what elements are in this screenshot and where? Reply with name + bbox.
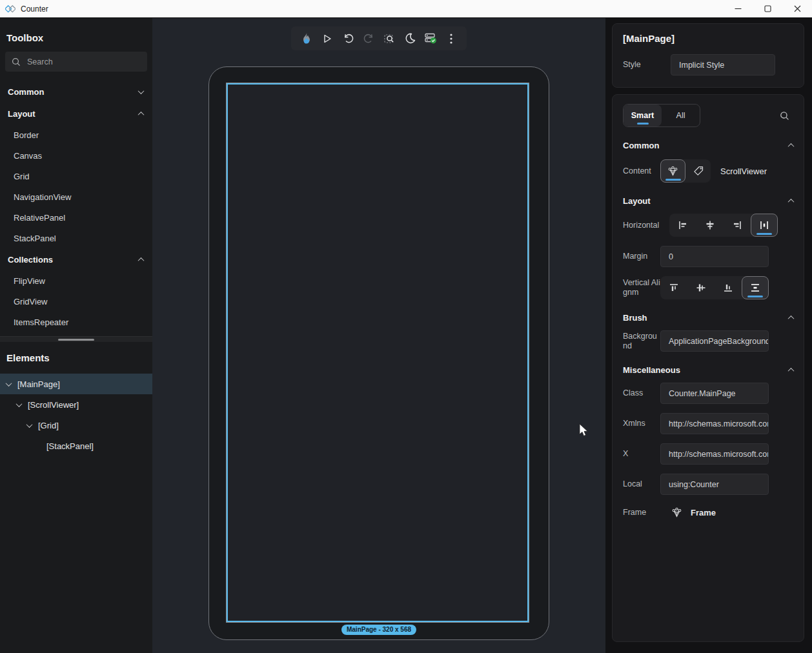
undo-icon: [343, 33, 354, 44]
style-input[interactable]: Implicit Style: [671, 54, 775, 75]
toolbox-section-collections[interactable]: Collections: [0, 248, 152, 270]
toolbox-item-grid[interactable]: Grid: [0, 166, 152, 186]
chevron-up-icon: [788, 367, 795, 374]
chevron-up-icon: [138, 257, 145, 263]
elements-title: Elements: [0, 342, 152, 363]
toolbox-section-common[interactable]: Common: [0, 81, 152, 103]
toolbox-section-layout[interactable]: Layout: [0, 103, 152, 125]
horizontal-alignment-group: [669, 214, 778, 237]
content-tag-toggle[interactable]: [685, 159, 711, 183]
minimize-button[interactable]: [723, 0, 753, 17]
background-input[interactable]: ApplicationPageBackground: [660, 330, 769, 352]
window-titlebar: Counter: [0, 0, 812, 18]
horizontal-alignment-label: Horizontal: [623, 221, 660, 230]
maximize-button[interactable]: [753, 0, 782, 17]
close-button[interactable]: [782, 0, 812, 17]
toolbox-item-relativepanel[interactable]: RelativePanel: [0, 207, 152, 228]
align-stretch-horizontal-icon: [758, 219, 771, 232]
align-top-icon: [667, 281, 680, 294]
toolbox-item-navigationview[interactable]: NavigationView: [0, 186, 152, 207]
section-miscellaneous[interactable]: Miscellaneous: [623, 362, 793, 377]
tree-item-stackpanel[interactable]: [StackPanel]: [0, 436, 152, 456]
kebab-menu-icon: [450, 34, 452, 44]
valign-center-button[interactable]: [687, 276, 715, 299]
align-middle-icon: [695, 281, 707, 294]
toolbox-search[interactable]: [5, 52, 147, 72]
play-button[interactable]: [320, 31, 335, 46]
chevron-down-icon: [16, 401, 23, 407]
server-status-button[interactable]: [423, 31, 438, 46]
toolbox-item-flipview[interactable]: FlipView: [0, 270, 152, 291]
content-element-toggle[interactable]: [660, 159, 685, 183]
halign-left-button[interactable]: [669, 214, 696, 237]
tab-smart[interactable]: Smart: [624, 105, 662, 126]
section-common[interactable]: Common: [623, 137, 793, 153]
device-frame: [208, 66, 549, 640]
chevron-down-icon: [6, 380, 12, 387]
align-bottom-icon: [722, 281, 735, 294]
class-label: Class: [623, 388, 660, 398]
local-input[interactable]: using:Counter: [660, 474, 769, 495]
local-label: Local: [623, 479, 660, 489]
tree-item-scrollviewer[interactable]: [ScrollViewer]: [0, 394, 152, 415]
chevron-up-icon: [788, 315, 795, 321]
more-options-button[interactable]: [443, 31, 459, 46]
vertical-alignment-group: [660, 276, 769, 299]
selected-element-title: [MainPage]: [623, 33, 793, 44]
zoom-to-selection-button[interactable]: [381, 31, 397, 46]
toolbox-item-stackpanel[interactable]: StackPanel: [0, 228, 152, 248]
toolbox-item-canvas[interactable]: Canvas: [0, 145, 152, 166]
toolbox-item-itemsrepeater[interactable]: ItemsRepeater: [0, 312, 152, 332]
frame-value[interactable]: Frame: [691, 508, 716, 517]
panel-splitter[interactable]: [0, 336, 152, 342]
toolbox-item-border[interactable]: Border: [0, 125, 152, 145]
align-right-icon: [731, 219, 744, 232]
background-label: Background: [623, 332, 660, 351]
toolbox-item-gridview[interactable]: GridView: [0, 291, 152, 312]
halign-center-button[interactable]: [696, 214, 724, 237]
chevron-down-icon: [138, 88, 145, 94]
chevron-up-icon: [138, 111, 145, 117]
style-label: Style: [623, 60, 660, 70]
align-left-icon: [676, 219, 689, 232]
chevron-up-icon: [788, 143, 795, 149]
splitter-handle: [58, 339, 94, 341]
tab-all[interactable]: All: [662, 105, 700, 126]
tree-item-mainpage[interactable]: [MainPage]: [0, 374, 152, 394]
x-label: X: [623, 449, 660, 459]
xmlns-input[interactable]: http://schemas.microsoft.com: [660, 413, 769, 434]
halign-stretch-button[interactable]: [751, 214, 778, 237]
margin-label: Margin: [623, 252, 660, 261]
search-icon: [780, 111, 789, 121]
selection-size-badge: MainPage - 320 x 568: [341, 625, 416, 635]
toolbox-title: Toolbox: [0, 18, 152, 43]
properties-tab-group: Smart All: [623, 104, 700, 127]
halign-right-button[interactable]: [724, 214, 751, 237]
margin-input[interactable]: 0: [660, 246, 769, 267]
section-brush[interactable]: Brush: [623, 310, 793, 325]
play-icon: [322, 34, 332, 44]
x-input[interactable]: http://schemas.microsoft.com: [660, 443, 769, 465]
toolbox-search-input[interactable]: [27, 57, 124, 66]
section-layout[interactable]: Layout: [623, 193, 793, 208]
window-title: Counter: [21, 5, 48, 14]
valign-bottom-button[interactable]: [715, 276, 742, 299]
vertical-alignment-label: Vertical Alignm: [623, 278, 660, 297]
design-canvas[interactable]: MainPage - 320 x 568: [152, 18, 605, 653]
element-gem-icon: [671, 507, 683, 519]
class-input[interactable]: Counter.MainPage: [660, 383, 769, 404]
redo-button[interactable]: [361, 31, 376, 46]
close-icon: [794, 5, 801, 12]
properties-search-button[interactable]: [780, 111, 789, 121]
valign-stretch-button[interactable]: [742, 276, 769, 299]
server-check-icon: [424, 32, 437, 45]
valign-top-button[interactable]: [660, 276, 687, 299]
theme-toggle-button[interactable]: [402, 31, 418, 46]
undo-button[interactable]: [340, 31, 356, 46]
zoom-selection-icon: [383, 33, 395, 45]
tree-item-grid[interactable]: [Grid]: [0, 415, 152, 436]
app-logo-icon: [5, 4, 15, 14]
chevron-down-icon: [26, 421, 33, 428]
hot-design-flame-button[interactable]: [299, 31, 314, 46]
mainpage-design-surface[interactable]: [227, 83, 529, 622]
